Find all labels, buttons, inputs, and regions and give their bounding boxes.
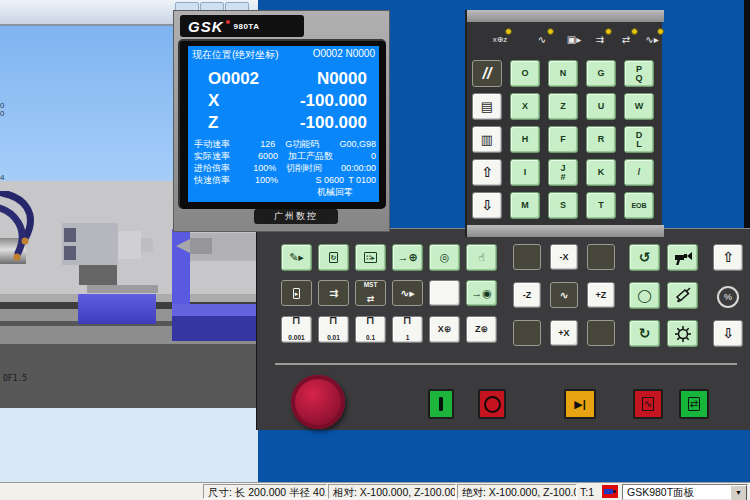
key-DL[interactable]: D L (624, 126, 654, 153)
rapid-key[interactable]: ∿ (550, 282, 578, 308)
jog-minus-x-key[interactable]: -X (550, 244, 578, 270)
key-J[interactable]: J # (548, 159, 578, 186)
bed-label: OF1.5 (3, 374, 27, 383)
cursor-down-key[interactable]: ⇩ (472, 192, 502, 219)
single-block-indicator: ▣▸ (561, 28, 587, 52)
single-block-key[interactable]: ▸ (281, 280, 312, 306)
double-slash-key[interactable]: // (472, 60, 502, 87)
page-down-key[interactable]: ▥ (472, 126, 502, 153)
manual-mode-key[interactable]: ☝ (466, 244, 497, 271)
power-off-icon (484, 396, 501, 413)
key-S[interactable]: S (548, 192, 578, 219)
z-axis-select-key[interactable]: Z⊕ (466, 316, 497, 343)
handwheel-mode-key[interactable]: ◎ (429, 244, 460, 271)
key-G[interactable]: G (586, 60, 616, 87)
auto-mode-key[interactable]: ↻ (318, 244, 349, 271)
program-zero-key[interactable]: →◉ (466, 280, 497, 306)
program-number: O0002 (208, 68, 259, 90)
step-1-key[interactable]: ⊓1 (392, 316, 423, 343)
dry-run-key[interactable]: ∿▸ (392, 280, 423, 306)
power-on-button[interactable] (428, 389, 454, 419)
mdi-keypad-panel: x⊕z ∿ ▣▸ ⇉ ⇄ ∿▸ // ▤ ▥ ⇧ ⇩ O N G P Q X Z… (465, 10, 662, 237)
tool-change-icon (674, 325, 692, 343)
feed-hold-button[interactable]: ▶| (564, 389, 596, 419)
step-01-key[interactable]: ⊓0.1 (355, 316, 386, 343)
override-percent-icon: % (717, 286, 739, 308)
emergency-stop-button[interactable] (291, 375, 345, 429)
spindle-cw-icon: ↻ (639, 328, 651, 339)
key-K[interactable]: K (586, 159, 616, 186)
key-T[interactable]: T (586, 192, 616, 219)
brand-text: GSK (188, 18, 224, 35)
key-N[interactable]: N (548, 60, 578, 87)
arrow-down-icon: ⇩ (481, 200, 493, 211)
position-readout: O0002N0000 X-100.000 Z-100.000 (188, 62, 379, 134)
jog-minus-z-key[interactable]: -Z (513, 282, 541, 308)
key-PQ[interactable]: P Q (624, 60, 654, 87)
jog-plus-x-key[interactable]: +X (550, 320, 578, 346)
workpiece-size-field: 尺寸: 长 200.000 半径 40.00 (203, 484, 327, 499)
key-I[interactable]: I (510, 159, 540, 186)
block-skip-key[interactable]: ⇉ (318, 280, 349, 306)
x-axis-select-key[interactable]: X⊕ (429, 316, 460, 343)
step-001-key[interactable]: ⊓0.01 (318, 316, 349, 343)
jog-blank-key[interactable] (587, 320, 615, 346)
power-off-button[interactable] (478, 389, 506, 419)
coolant-key[interactable] (667, 244, 698, 271)
tool-icon-dot (613, 490, 616, 493)
override-down-key[interactable]: ⇩ (713, 320, 743, 347)
page-icon: ▤ (481, 101, 493, 112)
page-up-key[interactable]: ▤ (472, 93, 502, 120)
lubrication-key[interactable] (667, 282, 698, 309)
key-O[interactable]: O (510, 60, 540, 87)
key-F[interactable]: F (548, 126, 578, 153)
auto-cycle-icon: ↻ (329, 252, 339, 263)
cycle-start-button[interactable]: ⇄ (679, 389, 709, 419)
axis-value: -100.000 (300, 90, 367, 112)
spindle-stop-icon: ◯ (637, 290, 652, 301)
logo-dot-icon (226, 20, 230, 24)
step-0001-key[interactable]: ⊓0.001 (281, 316, 312, 343)
jog-blank-key[interactable] (513, 244, 541, 270)
cnc-display-window: GSK 980TA 现在位置(绝对坐标) O0002 N0000 O0002N0… (173, 10, 390, 232)
blank-key[interactable] (429, 280, 460, 306)
jog-plus-z-key[interactable]: +Z (587, 282, 615, 308)
override-up-key[interactable]: ⇧ (713, 244, 743, 271)
edit-mode-key[interactable]: ✎▸ (281, 244, 312, 271)
machine-zero-key[interactable]: →⊕ (392, 244, 423, 271)
turret-face (64, 246, 76, 260)
mst-lock-key[interactable]: MST ⇄ (355, 280, 386, 306)
key-H[interactable]: H (510, 126, 540, 153)
step-label: 1 (406, 334, 410, 341)
coolant-faucet-icon (673, 250, 693, 266)
turret-base (79, 265, 117, 285)
led-icon (505, 28, 512, 35)
gsk980-cnc-simulator: OF1.5 0 0 4 ✎▸ ↻ ∷▸ →⊕ ◎ ☝ ▸ ⇉ MST ⇄ ∿▸ … (0, 0, 750, 500)
cursor-up-key[interactable]: ⇧ (472, 159, 502, 186)
key-Z[interactable]: Z (548, 93, 578, 120)
dropdown-arrow-icon[interactable]: ▼ (730, 485, 747, 500)
key-U[interactable]: U (586, 93, 616, 120)
panel-divider (275, 363, 737, 365)
key-slash[interactable]: / (624, 159, 654, 186)
jog-blank-key[interactable] (587, 244, 615, 270)
spindle-stop-key[interactable]: ◯ (629, 282, 660, 309)
tool-change-key[interactable] (667, 320, 698, 347)
key-W[interactable]: W (624, 93, 654, 120)
mst-label: MST (364, 281, 378, 288)
saddle-slide (78, 294, 156, 324)
key-X[interactable]: X (510, 93, 540, 120)
mdi-mode-key[interactable]: ∷▸ (355, 244, 386, 271)
panel-select-dropdown[interactable]: GSK980T面板 ▼ (622, 484, 748, 500)
cycle-stop-button[interactable]: ∿ (633, 389, 663, 419)
key-EOB[interactable]: EOB (624, 192, 654, 219)
tool-icon-shape (604, 489, 613, 494)
jog-blank-key[interactable] (513, 320, 541, 346)
pulse-icon: ⊓ (288, 315, 304, 326)
spindle-ccw-key[interactable]: ↺ (629, 244, 660, 271)
key-M[interactable]: M (510, 192, 540, 219)
mdi-icon: ∷▸ (364, 252, 376, 263)
spindle-cw-key[interactable]: ↻ (629, 320, 660, 347)
arrow-up-icon: ⇧ (722, 252, 734, 263)
key-R[interactable]: R (586, 126, 616, 153)
